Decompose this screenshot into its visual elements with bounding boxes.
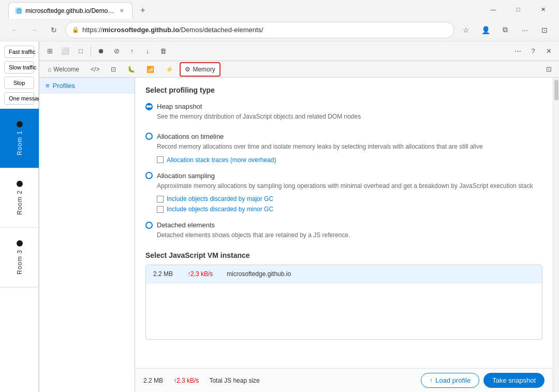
profiles-label: Profiles (53, 82, 75, 90)
main-content: Fast traffic Slow traffic Stop One messa… (0, 41, 559, 392)
more-tabs-button[interactable]: ⊡ (541, 62, 556, 77)
tab-welcome[interactable]: ⌂ Welcome (42, 62, 84, 77)
allocation-sampling-radio[interactable] (145, 172, 153, 179)
upload-button[interactable]: ↑ (125, 44, 139, 59)
select-profiling-title: Select profiling type (145, 86, 542, 94)
tab-bar: 🌐 microsoftedge.github.io/Demos/d... ✕ + (4, 0, 479, 19)
room-2-dot (17, 181, 23, 187)
allocation-sampling-row: Allocation sampling (145, 172, 542, 180)
network-icon: 🐛 (127, 66, 135, 73)
heap-snapshot-row: Heap snapshot (145, 103, 542, 110)
device-toolbar-button[interactable]: ⬜ (58, 44, 72, 59)
stop-button[interactable]: Stop (4, 77, 34, 89)
stop-recording-button[interactable]: ⊘ (109, 44, 124, 59)
content-scroll[interactable]: Select profiling type Heap snapshot See … (135, 78, 553, 368)
detached-elements-label: Detached elements (157, 221, 215, 229)
detached-elements-option: Detached elements Detached elements show… (145, 221, 542, 243)
profile-button[interactable]: 👤 (477, 22, 494, 38)
refresh-button[interactable]: ↻ (46, 22, 62, 38)
vm-rate: ↑2.3 kB/s (187, 270, 218, 278)
tab-memory[interactable]: ⚙ Memory (180, 62, 220, 77)
vm-instance-row[interactable]: 2.2 MB ↑2.3 kB/s microsoftedge.github.io (146, 265, 542, 283)
new-tab-button[interactable]: + (135, 2, 151, 19)
one-message-button[interactable]: One message (4, 92, 34, 105)
allocations-timeline-desc: Record memory allocations over time and … (157, 142, 542, 151)
minimize-button[interactable]: — (481, 1, 505, 18)
favorites-button[interactable]: ☆ (458, 22, 474, 38)
devtools-scrollbar-thumb[interactable] (554, 80, 558, 100)
address-text: https://microsoftedge.github.io/Demos/de… (82, 26, 263, 34)
allocation-sampling-desc: Approximate memory allocations by sampli… (157, 182, 542, 191)
minor-gc-checkbox[interactable] (157, 206, 164, 213)
clear-button[interactable]: 🗑 (156, 44, 170, 59)
room-3-dot (17, 240, 23, 246)
forward-button[interactable]: → (26, 22, 42, 38)
more-button[interactable]: ··· (517, 22, 533, 38)
close-button[interactable]: ✕ (531, 1, 555, 18)
sources-icon: </> (91, 66, 99, 73)
allocation-stack-traces-checkbox[interactable] (157, 156, 164, 163)
toolbar-separator-1 (91, 46, 91, 56)
help-button[interactable]: ? (526, 44, 540, 59)
vm-url: microsoftedge.github.io (227, 270, 291, 278)
devtools-toolbar: ⊞ ⬜ □ ⏺ ⊘ ↑ ↓ 🗑 ⋯ ? ✕ (39, 41, 559, 61)
room-1-dot (17, 121, 23, 127)
more-tools-button[interactable]: ⋯ (510, 44, 525, 59)
load-profile-button[interactable]: ↑ Load profile (421, 373, 479, 388)
take-snapshot-button[interactable]: Take snapshot (483, 373, 545, 388)
slow-traffic-button[interactable]: Slow traffic (4, 61, 34, 74)
tab-network[interactable]: 🐛 (122, 62, 140, 77)
title-bar: 🌐 microsoftedge.github.io/Demos/d... ✕ +… (0, 0, 559, 19)
status-size: 2.2 MB (143, 377, 163, 384)
allocation-stack-traces-label: Allocation stack traces (more overhead) (167, 156, 276, 164)
tab-elements[interactable]: ⊡ (106, 62, 121, 77)
back-button[interactable]: ← (6, 22, 23, 38)
tab-close-button[interactable]: ✕ (117, 7, 126, 15)
load-profile-icon: ↑ (430, 376, 433, 384)
download-button[interactable]: ↓ (140, 44, 155, 59)
status-rate: ↑2.3 kB/s (173, 377, 199, 384)
major-gc-checkbox[interactable] (157, 196, 164, 202)
room-2-item[interactable]: Room 2 (0, 168, 39, 228)
extensions-button[interactable]: ⧉ (497, 22, 513, 38)
room-3-item[interactable]: Room 3 (0, 228, 39, 287)
allocations-timeline-radio[interactable] (145, 133, 153, 140)
profiles-icon: ≡ (46, 82, 50, 90)
maximize-button[interactable]: □ (506, 1, 530, 18)
detached-elements-radio[interactable] (145, 222, 153, 229)
devtools-content: Select profiling type Heap snapshot See … (135, 78, 553, 392)
detached-elements-row: Detached elements (145, 221, 542, 229)
memory-icon: ⚙ (185, 66, 190, 73)
tab-memory-label: Memory (193, 66, 215, 73)
allocations-timeline-label: Allocations on timeline (157, 133, 224, 140)
welcome-icon: ⌂ (48, 66, 51, 73)
elements-icon: ⊡ (111, 66, 116, 73)
tab-welcome-label: Welcome (53, 66, 79, 73)
devtools-scroll-container: Select profiling type Heap snapshot See … (135, 78, 559, 392)
close-devtools-button[interactable]: ✕ (541, 44, 556, 59)
record-button[interactable]: ⏺ (94, 44, 108, 59)
devtools-panel: ⊞ ⬜ □ ⏺ ⊘ ↑ ↓ 🗑 ⋯ ? ✕ ⌂ Welcome (39, 41, 559, 392)
devtools-scrollbar[interactable] (553, 78, 559, 392)
room-1-item[interactable]: Room 1 (0, 109, 39, 168)
browser-window: 🌐 microsoftedge.github.io/Demos/d... ✕ +… (0, 0, 559, 392)
minor-gc-row: Include objects discarded by minor GC (157, 206, 542, 213)
inspect-button[interactable]: ⊞ (42, 44, 57, 59)
tab-application[interactable]: ⚡ (160, 62, 179, 77)
address-bar: ← → ↻ 🔒 https://microsoftedge.github.io/… (0, 19, 559, 41)
address-input[interactable]: 🔒 https://microsoftedge.github.io/Demos/… (65, 22, 454, 38)
tab-performance[interactable]: 📶 (141, 62, 159, 77)
split-button[interactable]: ⊡ (536, 22, 553, 38)
browser-tab[interactable]: 🌐 microsoftedge.github.io/Demos/d... ✕ (8, 2, 133, 19)
allocation-sampling-option: Allocation sampling Approximate memory a… (145, 172, 542, 213)
profiles-sidebar-item[interactable]: ≡ Profiles (39, 78, 135, 94)
detached-elements-desc: Detached elements shows objects that are… (157, 231, 542, 240)
allocations-timeline-row: Allocations on timeline (145, 133, 542, 140)
heap-snapshot-desc: See the memory distribution of JavaScrip… (157, 112, 542, 121)
fast-traffic-button[interactable]: Fast traffic (4, 46, 34, 58)
tab-sources[interactable]: </> (85, 62, 105, 77)
toggle-console-button[interactable]: □ (73, 44, 88, 59)
profiles-sidebar: ≡ Profiles (39, 78, 135, 392)
heap-snapshot-radio[interactable] (145, 103, 153, 110)
vm-size: 2.2 MB (153, 270, 179, 278)
